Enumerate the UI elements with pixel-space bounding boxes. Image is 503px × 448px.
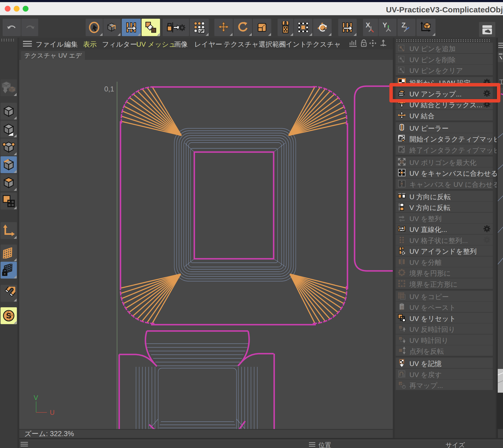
rectangle-select-button[interactable] xyxy=(294,19,312,36)
menu-4[interactable]: UV メッシュ xyxy=(136,40,176,49)
window-title: UV-PracticeV3-ComplicatedObject xyxy=(386,5,503,14)
menu-6[interactable]: レイヤー xyxy=(194,40,222,49)
uv-cmd-align[interactable]: UV を整列 xyxy=(396,213,493,223)
uv-cmd-square-boundary[interactable]: 境界を正方形に xyxy=(396,278,493,289)
uv-cmd-peeler[interactable]: UV ピーラー xyxy=(396,122,493,133)
panel-grip[interactable] xyxy=(396,39,491,42)
restore-icon xyxy=(398,370,406,378)
x-axis-button[interactable]: X xyxy=(363,19,378,36)
world-coord-button[interactable] xyxy=(417,19,436,36)
uv-transform-button[interactable] xyxy=(122,19,141,36)
model-button[interactable] xyxy=(103,19,121,36)
uv-polygon-mode-button[interactable] xyxy=(1,193,17,210)
menu-1[interactable]: 編集 xyxy=(64,40,78,49)
uv-cmd-maximize[interactable]: UV ポリゴンを最大化 xyxy=(396,157,493,167)
uv-transform2-button[interactable] xyxy=(338,19,357,36)
mesh-button[interactable] xyxy=(1,245,17,261)
convert-cubes-button[interactable] xyxy=(1,79,17,96)
rotate-button[interactable] xyxy=(234,19,252,36)
unlock-icon[interactable] xyxy=(359,39,368,48)
menu-2[interactable]: 表示 xyxy=(83,40,97,49)
uv-cmd-island-align[interactable]: UV アイランドを整列 xyxy=(396,245,493,256)
titlebar[interactable]: UV-PracticeV3-ComplicatedObject xyxy=(0,2,503,15)
lock-workflow-button[interactable] xyxy=(163,19,189,36)
gear-icon[interactable] xyxy=(483,225,491,232)
minimize-button[interactable] xyxy=(14,6,20,12)
edge-mode-button[interactable] xyxy=(1,156,17,173)
uv-cmd-flip-v[interactable]: V 方向に反転 xyxy=(396,202,493,212)
uv-cmd-interactive-start[interactable]: 開始インタラクティブマッピング xyxy=(396,133,493,144)
magnet-snap-button[interactable] xyxy=(278,19,293,36)
uv-cmd-fit-canvas[interactable]: UV をキャンバスに合わせる xyxy=(396,167,493,178)
undo-button[interactable] xyxy=(3,19,21,36)
svg-text:Y: Y xyxy=(383,22,387,29)
uv-cmd-fit-uv[interactable]: キャンバスを UV に合わせる xyxy=(396,178,493,189)
uv-cmd-pin-add[interactable]: UV ピンを追加 xyxy=(396,43,493,53)
pin-clear-icon xyxy=(398,66,406,74)
redo-button[interactable] xyxy=(21,19,38,36)
remap-icon xyxy=(398,381,406,389)
y-axis-button[interactable]: Y xyxy=(379,19,396,36)
grid-align-icon xyxy=(398,236,406,244)
texture-mode-button[interactable] xyxy=(1,121,17,138)
snap-button[interactable]: S xyxy=(1,307,17,324)
uv-cmd-flip-u[interactable]: U 方向に反転 xyxy=(396,191,493,201)
uv-cmd-store[interactable]: UV を記憶 xyxy=(396,358,493,368)
menu-9[interactable]: テクスチャ xyxy=(306,40,341,49)
uv-cmd-reset[interactable]: UV をリセット xyxy=(396,313,493,323)
menu-7[interactable]: テクスチャ選択範囲 xyxy=(224,40,286,49)
position-burger-icon[interactable] xyxy=(309,442,315,446)
uv-cmd-circle-boundary[interactable]: 境界を円形に xyxy=(396,267,493,278)
live-selection-button[interactable] xyxy=(86,19,103,36)
close-button[interactable] xyxy=(5,6,11,12)
uv-cmd-copy[interactable]: UV をコピー xyxy=(396,291,493,301)
point-visibility-button[interactable] xyxy=(190,19,209,36)
pan-icon[interactable] xyxy=(368,39,377,48)
axis-v-label: V xyxy=(34,394,38,401)
uv-cmd-rotate-ccw[interactable]: UV 反時計回り xyxy=(396,323,493,334)
uv-terrace-button[interactable] xyxy=(142,19,160,36)
zoom-button[interactable] xyxy=(23,6,28,12)
position-label: 位置 xyxy=(318,441,331,448)
sidebar-divider xyxy=(17,38,19,448)
uv-cmd-grid-align[interactable]: UV 格子状に整列... xyxy=(396,235,493,245)
uv-cmd-interactive-end[interactable]: 終了インタラクティブマッピング xyxy=(396,144,493,155)
uv-cmd-pin-remove[interactable]: UV ピンを削除 xyxy=(396,54,493,64)
polygon-mode-button[interactable] xyxy=(1,174,17,191)
uv-cmd-restore[interactable]: UV を戻す xyxy=(396,369,493,379)
axis-u-label: U xyxy=(50,409,55,416)
gear-icon[interactable] xyxy=(483,236,491,244)
uv-cmd-separate[interactable]: UV を分離 xyxy=(396,256,493,267)
axis-rotate-button[interactable] xyxy=(313,19,332,36)
histogram-icon[interactable] xyxy=(349,39,358,48)
reset-icon xyxy=(398,314,406,322)
content-browser-button[interactable] xyxy=(479,22,495,37)
menu-5[interactable]: 画像 xyxy=(174,40,188,49)
uv-canvas[interactable]: 0,1 xyxy=(19,60,393,429)
uv-cmd-remap[interactable]: 再マップ... xyxy=(396,379,493,390)
align-icon xyxy=(398,214,406,222)
menu-8[interactable]: ペイント xyxy=(279,40,307,49)
fit-uv-icon xyxy=(398,180,406,188)
point-mode-button[interactable] xyxy=(1,139,17,155)
mesh-lock-button[interactable] xyxy=(1,262,17,279)
uv-cmd-reverse-points[interactable]: 点列を反転 xyxy=(396,345,493,356)
menu-3[interactable]: フィルター xyxy=(102,40,137,49)
axis-mode-button[interactable] xyxy=(1,222,17,239)
magnet-button[interactable] xyxy=(1,285,17,302)
fit-vertical-icon[interactable] xyxy=(379,39,388,48)
sidebar-grip[interactable] xyxy=(1,38,14,42)
menu-burger-icon[interactable] xyxy=(23,41,32,47)
move-button[interactable] xyxy=(214,19,233,36)
scale-button[interactable] xyxy=(253,19,271,36)
uv-cmd-straighten[interactable]: UV 直線化... xyxy=(396,223,493,234)
uv-cmd-weld[interactable]: UV 結合 xyxy=(396,110,493,120)
tab-texture-uv-editor[interactable]: テクスチャ UV エディタ xyxy=(21,51,85,60)
menu-0[interactable]: ファイル xyxy=(36,40,64,49)
model-mode-button[interactable] xyxy=(1,103,17,120)
uv-cmd-pin-clear[interactable]: UV ピンをクリア xyxy=(396,65,493,75)
uv-cmd-paste[interactable]: UV をペースト xyxy=(396,301,493,312)
z-axis-button[interactable]: Z xyxy=(398,19,415,36)
bottom-burger-icon[interactable] xyxy=(21,442,28,446)
uv-cmd-rotate-cw[interactable]: UV 時計回り xyxy=(396,334,493,345)
